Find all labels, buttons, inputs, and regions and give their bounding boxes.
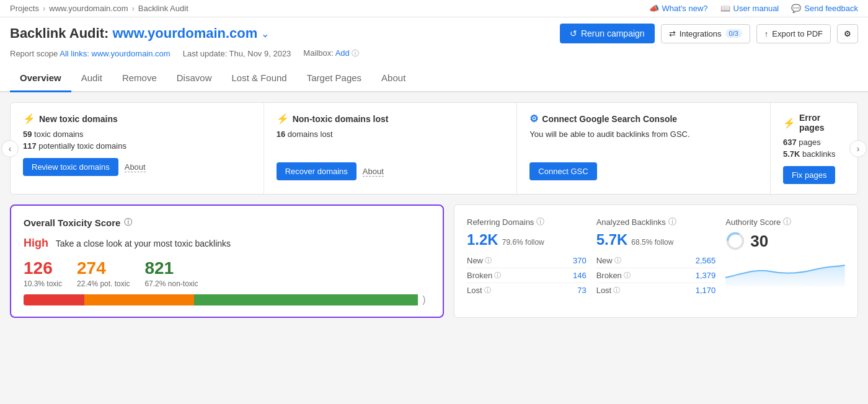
pot-toxic-stat: 117 potentially toxic domains: [23, 141, 251, 151]
whats-new-link[interactable]: 📣 What's new?: [649, 4, 708, 13]
book-icon: 📖: [720, 4, 730, 13]
send-feedback-link[interactable]: 💬 Send feedback: [791, 4, 858, 13]
bl-broken-row: Broken ⓘ 1,379: [596, 268, 716, 283]
ref-broken-row: Broken ⓘ 146: [467, 268, 587, 283]
non-toxic-score-num: 821: [144, 258, 198, 278]
authority-score-title: Authority Score ⓘ: [725, 216, 845, 227]
toxic-domains-stat: 59 toxic domains: [23, 130, 251, 139]
toxicity-level-label: High: [24, 237, 48, 249]
breadcrumb-projects[interactable]: Projects: [10, 4, 39, 13]
settings-button[interactable]: ⚙: [837, 24, 858, 43]
review-toxic-domains-button[interactable]: Review toxic domains: [23, 158, 118, 176]
ref-new-value[interactable]: 370: [573, 256, 587, 265]
rerun-campaign-button[interactable]: ↺ Rerun campaign: [560, 24, 655, 43]
bl-lost-value[interactable]: 1,170: [696, 286, 716, 295]
bl-new-info[interactable]: ⓘ: [614, 256, 621, 265]
ref-broken-info[interactable]: ⓘ: [494, 271, 501, 280]
integrations-badge: 0/3: [725, 29, 742, 38]
fix-pages-button[interactable]: Fix pages: [783, 166, 835, 184]
error-pages-actions: Fix pages: [783, 166, 845, 184]
connect-gsc-title-text: Connect Google Search Console: [542, 114, 677, 124]
toxicity-info-icon[interactable]: ⓘ: [124, 217, 132, 228]
tab-target-pages[interactable]: Target Pages: [297, 65, 371, 92]
page-title: Backlink Audit: www.yourdomain.com: [10, 25, 257, 42]
error-pages-title-text: Error pages: [799, 113, 845, 133]
error-pages-title: ⚡ Error pages: [783, 113, 845, 133]
tab-disavow[interactable]: Disavow: [167, 65, 222, 92]
breadcrumb-current: Backlink Audit: [138, 4, 188, 13]
authority-chart: [725, 256, 845, 289]
non-toxic-about-button[interactable]: About: [363, 167, 384, 177]
integrations-button[interactable]: ⇄ Integrations 0/3: [661, 24, 750, 43]
tab-remove[interactable]: Remove: [112, 65, 167, 92]
ref-new-info[interactable]: ⓘ: [485, 256, 492, 265]
export-label: Export to PDF: [772, 29, 823, 38]
title-group: Backlink Audit: www.yourdomain.com ⌄: [10, 25, 269, 42]
breadcrumb-domain[interactable]: www.yourdomain.com: [49, 4, 128, 13]
whats-new-label: What's new?: [662, 4, 708, 13]
bl-lost-label: Lost ⓘ: [596, 286, 621, 295]
error-pages-stat2: 5.7K backlinks: [783, 149, 845, 159]
tab-overview[interactable]: Overview: [10, 65, 71, 92]
gear-card-icon: ⚙: [529, 113, 538, 125]
breadcrumb: Projects › www.yourdomain.com › Backlink…: [10, 4, 188, 13]
chat-icon: 💬: [791, 4, 801, 13]
ref-broken-value[interactable]: 146: [573, 271, 587, 280]
domain-link[interactable]: www.yourdomain.com: [112, 25, 257, 41]
bolt-icon-1: ⚡: [23, 113, 35, 125]
bl-new-value[interactable]: 2,565: [696, 256, 716, 265]
info-icon: ⓘ: [352, 49, 359, 58]
upload-icon: ↑: [764, 29, 769, 38]
tab-audit[interactable]: Audit: [71, 65, 112, 92]
new-toxic-about-button[interactable]: About: [125, 162, 146, 172]
bl-lost-row: Lost ⓘ 1,170: [596, 283, 716, 297]
analyzed-backlinks-sub: 68.5% follow: [631, 238, 673, 247]
connect-gsc-actions: Connect GSC: [529, 162, 758, 180]
last-update: Last update: Thu, Nov 9, 2023: [183, 49, 291, 58]
cards-prev-button[interactable]: ‹: [1, 140, 19, 157]
authority-score-section: Authority Score ⓘ 30: [725, 216, 845, 306]
bottom-section: Overall Toxicity Score ⓘ High Take a clo…: [10, 204, 858, 318]
analyzed-backlinks-info-icon[interactable]: ⓘ: [668, 216, 676, 227]
toxic-score-num: 126: [24, 258, 62, 278]
cards-next-button[interactable]: ›: [849, 140, 867, 157]
authority-score-big-row: 30: [725, 231, 845, 251]
dropdown-arrow-icon[interactable]: ⌄: [261, 28, 269, 40]
new-toxic-title-text: New toxic domains: [39, 114, 118, 124]
authority-score-info-icon[interactable]: ⓘ: [783, 216, 791, 227]
progress-red: [24, 294, 84, 305]
export-pdf-button[interactable]: ↑ Export to PDF: [756, 24, 831, 43]
tab-about[interactable]: About: [371, 65, 415, 92]
user-manual-link[interactable]: 📖 User manual: [720, 4, 779, 13]
all-links-link[interactable]: All links: www.yourdomain.com: [60, 49, 170, 58]
mailbox-add-link[interactable]: Add: [335, 48, 350, 58]
new-toxic-card: ⚡ New toxic domains 59 toxic domains 117…: [11, 103, 264, 194]
toxicity-title: Overall Toxicity Score ⓘ: [24, 217, 430, 228]
progress-green: [194, 294, 418, 305]
connect-gsc-card: ⚙ Connect Google Search Console You will…: [517, 103, 771, 194]
bl-lost-info[interactable]: ⓘ: [613, 286, 620, 295]
user-manual-label: User manual: [733, 4, 779, 13]
bolt-icon-2: ⚡: [277, 113, 289, 125]
bl-broken-info[interactable]: ⓘ: [624, 271, 631, 280]
new-toxic-actions: Review toxic domains About: [23, 158, 251, 176]
gsc-stat: You will be able to audit backlinks from…: [529, 130, 758, 139]
connect-gsc-button[interactable]: Connect GSC: [529, 162, 596, 180]
toxicity-level-row: High Take a close look at your most toxi…: [24, 237, 430, 250]
cards-container: ‹ ⚡ New toxic domains 59 toxic domains 1…: [10, 102, 858, 195]
toxicity-title-text: Overall Toxicity Score: [24, 217, 120, 228]
non-toxic-lost-actions: Recover domains About: [277, 162, 505, 180]
tab-lost-found[interactable]: Lost & Found: [221, 65, 296, 92]
referring-domains-title: Referring Domains ⓘ: [467, 216, 587, 227]
referring-domains-info-icon[interactable]: ⓘ: [536, 216, 544, 227]
recover-domains-button[interactable]: Recover domains: [277, 162, 356, 180]
progress-orange: [84, 294, 194, 305]
score-item-toxic: 126 10.3% toxic: [24, 258, 62, 288]
bl-broken-label: Broken ⓘ: [596, 271, 631, 280]
bl-broken-value[interactable]: 1,379: [696, 271, 716, 280]
ref-lost-value[interactable]: 73: [577, 286, 586, 295]
meta-row: Report scope All links: www.yourdomain.c…: [10, 48, 858, 65]
breadcrumb-sep2: ›: [131, 4, 134, 13]
header-actions: ↺ Rerun campaign ⇄ Integrations 0/3 ↑ Ex…: [560, 24, 858, 43]
ref-lost-info[interactable]: ⓘ: [484, 286, 491, 295]
